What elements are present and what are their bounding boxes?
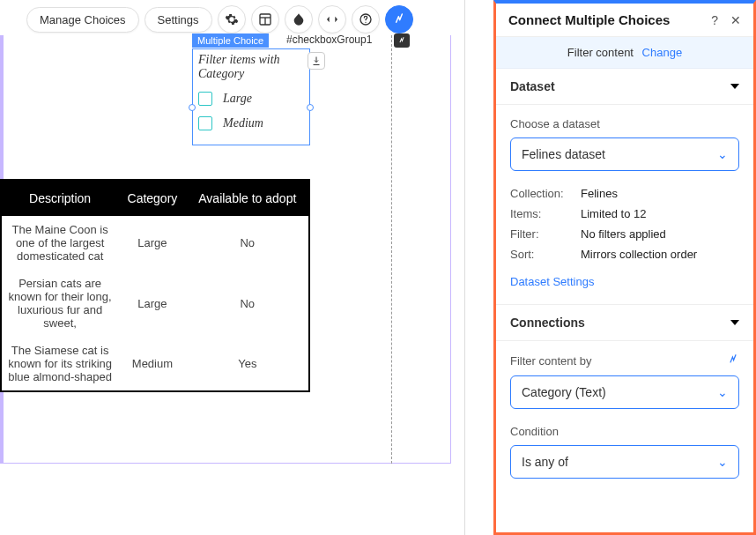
resize-handle-right[interactable]	[307, 104, 314, 111]
dataset-section-header[interactable]: Dataset	[496, 69, 753, 105]
cell-available: No	[187, 216, 308, 270]
table-row[interactable]: Persian cats are known for their long, l…	[2, 270, 308, 337]
element-type-badge: Multiple Choice	[192, 33, 269, 48]
cell-description: The Siamese cat is known for its strikin…	[2, 337, 118, 390]
condition-select[interactable]: Is any of ⌄	[510, 445, 739, 479]
swap-icon[interactable]	[394, 33, 410, 48]
data-table[interactable]: Description Category Available to adopt …	[0, 179, 310, 392]
checkbox-group-element[interactable]: Multiple Choice #checkboxGroup1 Filter i…	[192, 48, 310, 145]
filter-field-value: Category (Text)	[522, 385, 606, 399]
meta-sort: Sort:Mirrors collection order	[510, 248, 739, 261]
settings-button[interactable]: Settings	[145, 7, 212, 33]
checkbox-option[interactable]: Large	[198, 86, 304, 111]
col-header-category: Category	[118, 181, 186, 216]
col-header-available: Available to adopt	[187, 181, 308, 216]
panel-help-icon[interactable]: ?	[711, 13, 718, 27]
condition-label: Condition	[510, 425, 739, 438]
panel-title: Connect Multiple Choices	[508, 12, 670, 27]
chevron-down-icon: ⌄	[717, 147, 728, 161]
stretch-icon[interactable]	[318, 5, 346, 33]
filter-content-bar: Filter content Change	[496, 37, 753, 69]
choose-dataset-label: Choose a dataset	[510, 117, 739, 130]
gear-icon[interactable]	[218, 5, 246, 33]
cell-category: Large	[118, 270, 186, 337]
dataset-section-body: Choose a dataset Felines dataset ⌄ Colle…	[496, 105, 753, 305]
checkbox-option[interactable]: Medium	[198, 111, 304, 136]
connections-section-title: Connections	[510, 316, 585, 330]
condition-value: Is any of	[522, 455, 568, 469]
meta-collection: Collection:Felines	[510, 187, 739, 200]
cell-description: The Maine Coon is one of the largest dom…	[2, 216, 118, 270]
checkbox-group-title: Filter items with Category	[193, 49, 309, 81]
data-binding-icon[interactable]	[385, 5, 413, 33]
connections-section-header[interactable]: Connections	[496, 305, 753, 341]
design-icon[interactable]	[285, 5, 313, 33]
element-toolbar: Manage Choices Settings	[26, 5, 413, 33]
guide-line	[391, 35, 392, 464]
svg-point-4	[365, 22, 366, 23]
chevron-down-icon: ⌄	[717, 455, 728, 469]
download-icon[interactable]	[308, 52, 325, 70]
filter-bar-label: Filter content	[567, 46, 634, 59]
dataset-settings-link[interactable]: Dataset Settings	[510, 275, 594, 288]
table-row[interactable]: The Maine Coon is one of the largest dom…	[2, 216, 308, 270]
table-row[interactable]: The Siamese cat is known for its strikin…	[2, 337, 308, 390]
dataset-section-title: Dataset	[510, 79, 555, 93]
meta-filter: Filter:No filters applied	[510, 227, 739, 241]
option-label: Large	[223, 92, 252, 106]
cell-category: Large	[118, 216, 186, 270]
option-label: Medium	[223, 116, 263, 130]
meta-items: Items:Limited to 12	[510, 207, 739, 220]
resize-handle-left[interactable]	[189, 104, 196, 111]
cell-available: No	[187, 270, 308, 337]
connect-panel: Connect Multiple Choices ? ✕ Filter cont…	[493, 0, 756, 535]
col-header-description: Description	[2, 181, 118, 216]
table-header-row: Description Category Available to adopt	[2, 181, 308, 216]
connections-section-body: Filter content by Category (Text) ⌄ Cond…	[496, 341, 753, 494]
sync-icon[interactable]	[727, 353, 739, 368]
checkbox-icon	[198, 92, 212, 106]
editor-canvas: Manage Choices Settings Multiple Choice …	[0, 0, 465, 535]
cell-description: Persian cats are known for their long, l…	[2, 270, 118, 337]
chevron-down-icon: ⌄	[717, 385, 728, 399]
element-id-label: #checkboxGroup1	[286, 33, 372, 46]
checkbox-options: Large Medium	[193, 81, 309, 145]
change-link[interactable]: Change	[642, 46, 683, 59]
filter-field-select[interactable]: Category (Text) ⌄	[510, 375, 739, 409]
filter-content-by-label: Filter content by	[510, 354, 592, 368]
manage-choices-button[interactable]: Manage Choices	[26, 7, 139, 33]
chevron-down-icon	[730, 320, 739, 325]
chevron-down-icon	[730, 84, 739, 89]
layout-icon[interactable]	[251, 5, 279, 33]
cell-available: Yes	[187, 337, 308, 390]
dataset-selected-value: Felines dataset	[522, 147, 605, 161]
close-icon[interactable]: ✕	[730, 13, 741, 27]
checkbox-icon	[198, 116, 212, 130]
panel-header: Connect Multiple Choices ? ✕	[496, 4, 753, 37]
dataset-select[interactable]: Felines dataset ⌄	[510, 137, 739, 171]
help-icon[interactable]	[352, 5, 380, 33]
cell-category: Medium	[118, 337, 186, 390]
